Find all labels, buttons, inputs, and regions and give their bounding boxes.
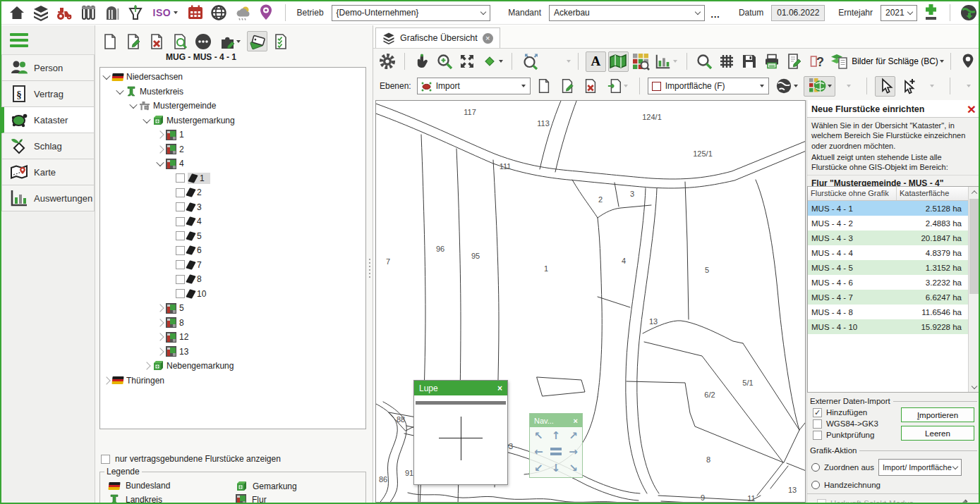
flurstueck-checkbox[interactable]: [176, 217, 185, 226]
tree-item-flur-4[interactable]: 4: [100, 156, 365, 171]
flurstueck-checkbox[interactable]: [176, 173, 185, 183]
quelle-select[interactable]: Import/ Importfläche: [878, 459, 962, 476]
weather-button[interactable]: [233, 3, 253, 23]
tools-menu-button[interactable]: [216, 31, 244, 51]
punktpruefung-checkbox[interactable]: [813, 431, 822, 440]
layer-report-button[interactable]: [830, 51, 850, 72]
tree-item-flurstueck-1[interactable]: 1: [100, 171, 365, 186]
chevron-right-icon[interactable]: [156, 131, 164, 139]
save-button[interactable]: [739, 51, 760, 72]
help-button[interactable]: ?: [807, 51, 828, 72]
map-settings-button[interactable]: [377, 51, 397, 72]
pan-down-icon[interactable]: ↓: [552, 462, 561, 474]
grid-toggle-button[interactable]: [717, 51, 737, 72]
column-header-area[interactable]: Katasterfläche: [897, 187, 967, 200]
map-canvas[interactable]: 117 113 124/1 125/1 111 7 96 95 1 2 3 4 …: [375, 100, 806, 503]
layer-edit-button[interactable]: [557, 76, 577, 97]
menu-button[interactable]: [1, 25, 95, 55]
flurstueck-checkbox[interactable]: [176, 260, 185, 269]
flurstueck-checkbox[interactable]: [176, 188, 185, 197]
extra-options-button[interactable]: [958, 76, 979, 97]
zoom-in-button[interactable]: [435, 51, 455, 72]
sidebar-item-schlag[interactable]: Schlag: [1, 133, 95, 159]
tree-item-flur-5[interactable]: 5: [100, 301, 365, 316]
tree-item-gemeinde[interactable]: Mustergemeinde: [100, 99, 365, 113]
add-year-button[interactable]: [921, 3, 941, 23]
theme-grid-button[interactable]: [631, 51, 651, 72]
cursor-options-button[interactable]: [921, 76, 942, 97]
ebenen-select[interactable]: Import: [417, 78, 531, 94]
handzeichnung-radio[interactable]: [811, 481, 820, 489]
chevron-right-icon[interactable]: [156, 348, 164, 355]
report-edit-button[interactable]: [785, 51, 805, 72]
flurstueck-checkbox[interactable]: [176, 246, 185, 255]
zuordnen-radio-row[interactable]: Zuordnen aus: [807, 463, 874, 472]
bilder-fuer-schlaege-button[interactable]: Bilder für Schläge (BC): [852, 51, 943, 72]
table-row[interactable]: MUS - 4 - 51.3152 ha: [808, 260, 968, 275]
extra-layer-button[interactable]: [838, 76, 859, 97]
chevron-right-icon[interactable]: [156, 145, 164, 153]
earth-button[interactable]: [958, 3, 979, 23]
wgs84-checkbox[interactable]: [813, 419, 822, 429]
world-layer-button[interactable]: [772, 76, 801, 97]
flurstueck-checkbox[interactable]: [176, 231, 185, 240]
hinzufuegen-checkbox[interactable]: [813, 408, 822, 417]
tree-item-gemarkung[interactable]: Mustergemarkung: [100, 113, 365, 128]
scroll-down-icon[interactable]: [969, 381, 980, 392]
panel-splitter[interactable]: [368, 255, 371, 281]
betrieb-select[interactable]: {Demo-Unternehmen}: [332, 5, 491, 21]
sidebar-item-kataster[interactable]: Kataster: [1, 107, 95, 133]
scrollbar-thumb[interactable]: [969, 199, 979, 294]
chevron-right-icon[interactable]: [143, 362, 150, 370]
pan-up-left-icon[interactable]: ↖: [534, 429, 543, 442]
close-tab-icon[interactable]: ×: [483, 33, 493, 44]
pan-up-right-icon[interactable]: ↗: [569, 429, 578, 442]
chevron-right-icon[interactable]: [156, 333, 164, 341]
pan-right-icon[interactable]: →: [569, 445, 578, 458]
lupe-titlebar[interactable]: Lupe ×: [414, 381, 507, 395]
delete-record-button[interactable]: [146, 31, 167, 51]
leeren-button[interactable]: Leeren: [901, 426, 974, 441]
pin-tool-button[interactable]: [958, 51, 979, 72]
silo-button[interactable]: [102, 3, 122, 23]
new-record-button[interactable]: [99, 31, 120, 51]
mandant-select[interactable]: Ackerbau: [549, 5, 705, 21]
thematic-globe-button[interactable]: [804, 76, 835, 97]
location-pin-button[interactable]: [256, 3, 277, 23]
zoom-fit-button[interactable]: [457, 51, 478, 72]
zoom-extent-button[interactable]: [519, 51, 540, 72]
iso-menu-button[interactable]: ISO: [149, 3, 181, 23]
chevron-right-icon[interactable]: [102, 376, 110, 384]
handzeichnung-radio-row[interactable]: Handzeichnung: [807, 481, 980, 489]
column-header-name[interactable]: Flurstücke ohne Grafik: [808, 187, 897, 200]
close-icon[interactable]: ×: [574, 417, 578, 425]
close-icon[interactable]: ×: [497, 383, 502, 393]
calendar-button[interactable]: [186, 3, 206, 23]
more-actions-button[interactable]: [193, 31, 213, 51]
zuordnen-radio[interactable]: [811, 463, 820, 472]
chevron-down-icon[interactable]: [156, 159, 164, 166]
tab-grafische-uebersicht[interactable]: Grafische Übersicht ×: [375, 27, 500, 48]
pan-mode-button[interactable]: [480, 51, 504, 72]
pan-down-right-icon[interactable]: ↘: [569, 462, 578, 474]
more-button[interactable]: ...: [708, 6, 722, 20]
layer-new-button[interactable]: [533, 76, 554, 97]
contract-filter[interactable]: nur vertragsgebundene Flurstücke anzeige…: [101, 454, 281, 464]
test-tubes-button[interactable]: [78, 3, 99, 23]
datum-field[interactable]: 01.06.2022: [771, 5, 825, 21]
labels-toggle-button[interactable]: A: [586, 51, 606, 72]
table-row[interactable]: MUS - 4 - 1015.9228 ha: [808, 319, 968, 334]
tree-item-flur-2[interactable]: 2: [100, 142, 365, 157]
table-row[interactable]: MUS - 4 - 44.8379 ha: [808, 245, 968, 260]
home-button[interactable]: [7, 3, 28, 23]
chevron-right-icon[interactable]: [156, 305, 164, 312]
tree-item-flur-8[interactable]: 8: [100, 316, 365, 331]
tree-item-flurstueck-6[interactable]: 6: [100, 243, 365, 258]
globe-button[interactable]: [209, 3, 229, 23]
table-scrollbar[interactable]: [968, 187, 980, 392]
search-record-button[interactable]: [169, 31, 190, 51]
sidebar-item-vertrag[interactable]: § Vertrag: [1, 81, 95, 107]
tree-item-nebengemarkung[interactable]: Nebengemarkung: [100, 359, 365, 374]
chevron-down-icon[interactable]: [129, 101, 137, 109]
sidebar-item-person[interactable]: Person: [1, 55, 95, 81]
